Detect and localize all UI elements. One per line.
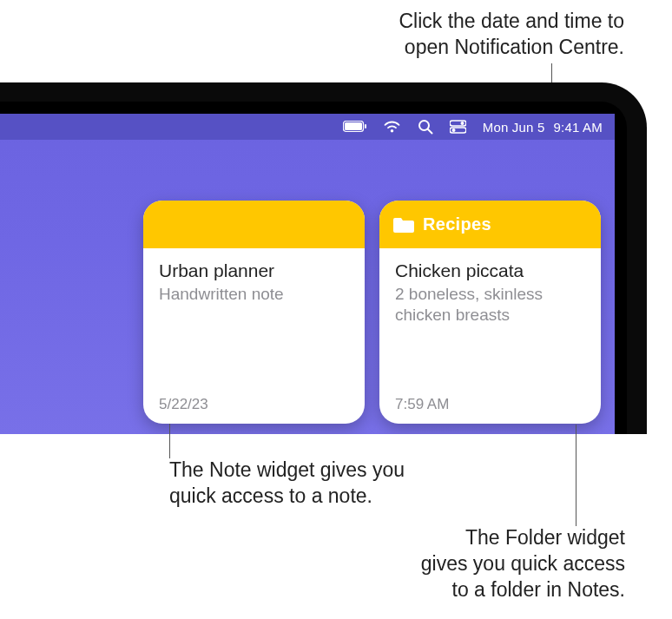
callout-datetime: Click the date and time to open Notifica… [399,9,624,61]
control-center-icon[interactable] [450,120,466,134]
wifi-icon[interactable] [383,121,401,134]
folder-widget-title: Chicken piccata [395,260,585,281]
svg-point-6 [460,122,464,125]
menubar-date: Mon Jun 5 [483,120,545,135]
laptop-frame: Mon Jun 5 9:41 AM Urban planner Handwrit… [0,82,647,434]
leader-line [169,424,170,458]
desktop-screen: Mon Jun 5 9:41 AM Urban planner Handwrit… [0,114,615,434]
battery-icon[interactable] [343,121,366,133]
callout-line: The Note widget gives you [169,458,405,484]
menubar-time: 9:41 AM [554,120,603,135]
folder-widget-body: Chicken piccata 2 boneless, skinless chi… [379,248,601,326]
callout-line: quick access to a note. [169,484,405,510]
menubar-datetime[interactable]: Mon Jun 5 9:41 AM [483,120,603,135]
folder-widget-label: Recipes [423,214,491,234]
callout-line: open Notification Centre. [399,35,624,61]
svg-rect-2 [365,124,366,128]
note-widget-subtitle: Handwritten note [159,284,349,305]
callout-line: Click the date and time to [399,9,624,35]
laptop-bezel: Mon Jun 5 9:41 AM Urban planner Handwrit… [0,102,627,434]
note-widget-body: Urban planner Handwritten note [143,248,365,305]
folder-widget-footer: 7:59 AM [395,396,449,413]
folder-widget-header: Recipes [379,201,601,248]
laptop-region: Mon Jun 5 9:41 AM Urban planner Handwrit… [0,82,672,437]
note-widget[interactable]: Urban planner Handwritten note 5/22/23 [143,201,365,424]
search-icon[interactable] [418,119,433,135]
menubar: Mon Jun 5 9:41 AM [0,114,615,140]
svg-point-8 [451,128,455,132]
note-widget-title: Urban planner [159,260,349,281]
svg-line-4 [428,129,432,134]
folder-widget[interactable]: Recipes Chicken piccata 2 boneless, skin… [379,201,601,424]
note-widget-footer: 5/22/23 [159,396,208,413]
callout-note-widget: The Note widget gives you quick access t… [169,458,405,510]
callout-line: to a folder in Notes. [421,577,625,603]
note-widget-header [143,201,365,248]
folder-widget-subtitle: 2 boneless, skinless chicken breasts [395,284,585,326]
widgets-row: Urban planner Handwritten note 5/22/23 [143,201,601,424]
callout-folder-widget: The Folder widget gives you quick access… [421,525,625,603]
callout-line: The Folder widget [421,525,625,551]
leader-line [576,425,576,526]
folder-icon [393,216,414,234]
svg-rect-1 [345,122,362,130]
callout-line: gives you quick access [421,551,625,577]
